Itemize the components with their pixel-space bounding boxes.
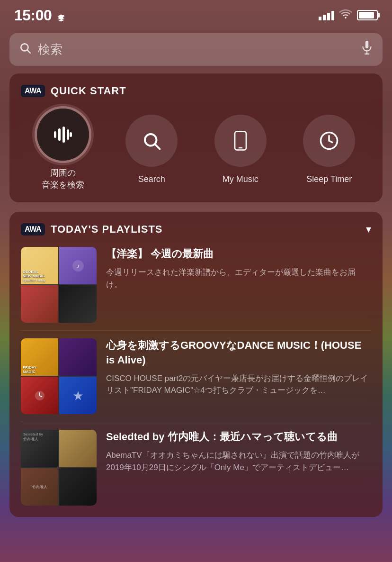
status-icons <box>319 9 378 22</box>
playlist-1-info: 【洋楽】 今週の最新曲 今週リリースされた洋楽新譜から、エディターが厳選した楽曲… <box>106 247 371 323</box>
battery-icon <box>357 10 378 20</box>
surround-label: 周囲の音楽を検索 <box>42 167 84 191</box>
clock-icon <box>319 131 339 151</box>
location-icon <box>57 14 65 22</box>
playlist-3-name: Seledted by 竹内唯人：最近ハマって聴いてる曲 <box>106 430 371 444</box>
search-label: Search <box>138 173 165 185</box>
playlist-list: GLOBALNEW MUSICUpdated Friday ♪ 【洋楽】 今週の… <box>21 247 371 506</box>
status-time-area: 15:00 <box>14 7 65 24</box>
svg-rect-12 <box>235 131 246 150</box>
todays-playlists-card: AWA TODAY'S PLAYLISTS ▾ GLOBALNEW MUSICU… <box>9 212 383 517</box>
signal-icon <box>319 10 334 20</box>
list-item[interactable]: FRIDAYMAGIC 心身を刺激するGROOVYなDANCE MUSIC！(H… <box>21 331 371 422</box>
playlist-2-thumb: FRIDAYMAGIC <box>21 338 97 414</box>
playlist-1-name: 【洋楽】 今週の最新曲 <box>106 247 371 262</box>
quick-item-surround[interactable]: 周囲の音楽を検索 <box>21 109 105 191</box>
audio-wave-icon <box>52 124 74 145</box>
my-music-label: My Music <box>223 173 258 185</box>
list-item[interactable]: GLOBALNEW MUSICUpdated Friday ♪ 【洋楽】 今週の… <box>21 247 371 331</box>
search-circle[interactable] <box>125 115 178 167</box>
svg-line-1 <box>27 50 30 53</box>
wifi-icon <box>339 9 352 22</box>
playlist-1-desc: 今週リリースされた洋楽新譜から、エディターが厳選した楽曲をお届け。 <box>106 266 371 290</box>
status-bar: 15:00 <box>0 0 392 28</box>
playlist-1-thumb: GLOBALNEW MUSICUpdated Friday ♪ <box>21 247 97 323</box>
quick-start-card: AWA QUICK START 周囲の音楽を検索 <box>9 73 383 202</box>
quick-item-my-music[interactable]: My Music <box>198 115 283 185</box>
quick-item-sleep-timer[interactable]: Sleep Timer <box>287 115 372 185</box>
svg-text:♪: ♪ <box>77 263 80 270</box>
mic-icon[interactable] <box>361 41 373 58</box>
svg-rect-6 <box>58 128 61 141</box>
status-time: 15:00 <box>14 7 52 24</box>
svg-rect-7 <box>62 127 65 143</box>
search-icon <box>19 42 31 57</box>
awa-badge-quick: AWA <box>21 85 45 97</box>
sleep-timer-label: Sleep Timer <box>306 173 352 185</box>
quick-item-search[interactable]: Search <box>110 115 194 185</box>
svg-rect-2 <box>365 41 368 48</box>
playlist-3-thumb: Selected by竹内唯人 竹内唯人 <box>21 430 97 506</box>
my-music-circle[interactable] <box>214 115 267 167</box>
search-bar[interactable]: 検索 <box>9 33 383 66</box>
quick-start-grid: 周囲の音楽を検索 Search My Music <box>21 109 371 191</box>
playlists-header: AWA TODAY'S PLAYLISTS ▾ <box>21 223 371 236</box>
search-placeholder: 検索 <box>38 41 354 58</box>
svg-line-11 <box>155 144 160 149</box>
list-item[interactable]: Selected by竹内唯人 竹内唯人 Seledted by 竹内唯人：最近… <box>21 422 371 506</box>
playlist-3-info: Seledted by 竹内唯人：最近ハマって聴いてる曲 AbemaTV『オオカ… <box>106 430 371 506</box>
svg-rect-8 <box>67 129 69 140</box>
surround-circle[interactable] <box>37 109 89 161</box>
playlists-title: TODAY'S PLAYLISTS <box>51 223 163 236</box>
search-circle-icon <box>142 131 161 151</box>
sleep-timer-circle[interactable] <box>303 115 355 167</box>
chevron-down-icon[interactable]: ▾ <box>366 223 371 236</box>
phone-icon <box>232 131 249 151</box>
svg-rect-5 <box>54 131 56 138</box>
quick-start-header: AWA QUICK START <box>21 85 371 97</box>
svg-rect-9 <box>70 132 72 137</box>
playlist-3-desc: AbemaTV『オオカミちゃんには騙されない』出演で話題の竹内唯人が2019年1… <box>106 449 371 473</box>
playlist-2-name: 心身を刺激するGROOVYなDANCE MUSIC！(HOUSE is Aliv… <box>106 338 371 368</box>
playlist-2-desc: CISCO HOUSE part2の元バイヤー兼店長がお届けする金曜恒例のプレイ… <box>106 372 371 397</box>
awa-badge-playlists: AWA <box>21 223 45 236</box>
quick-start-title: QUICK START <box>51 85 126 97</box>
playlist-2-info: 心身を刺激するGROOVYなDANCE MUSIC！(HOUSE is Aliv… <box>106 338 371 414</box>
search-bar-container: 検索 <box>0 28 392 73</box>
